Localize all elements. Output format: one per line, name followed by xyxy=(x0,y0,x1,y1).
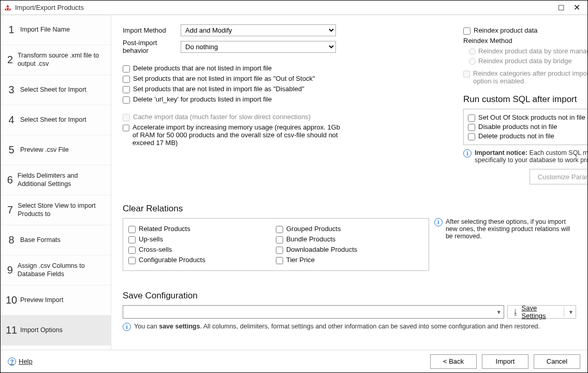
step-11[interactable]: 11Import Options xyxy=(1,315,111,346)
import-button[interactable]: Import xyxy=(482,354,528,369)
step-3[interactable]: 3Select Sheet for Import xyxy=(1,75,111,105)
chk-accelerate[interactable]: Accelerate import by increasing memory u… xyxy=(123,123,340,147)
save-settings-button[interactable]: ⭳ Save Settings ▼ xyxy=(507,305,576,319)
chk-downloadable[interactable]: Downloadable Products xyxy=(276,246,423,254)
help-link[interactable]: ? Help xyxy=(8,357,33,366)
clear-relations-box: Related Products Up-sells Cross-sells Co… xyxy=(123,218,429,271)
import-method-label: Import Method xyxy=(123,26,181,34)
chevron-down-icon: ▼ xyxy=(496,309,502,315)
step-2[interactable]: 2Transform source .xml file to output .c… xyxy=(1,45,111,75)
footer: ? Help < Back Import Cancel xyxy=(1,350,587,372)
save-config-info: i You can save settings. All columns, de… xyxy=(123,323,576,331)
post-import-select[interactable]: Do nothing xyxy=(181,41,336,53)
chk-cache-import: Cache import data (much faster for slow … xyxy=(123,113,345,121)
chk-delete-url-key[interactable]: Delete 'url_key' for products listed in … xyxy=(123,95,345,104)
step-4[interactable]: 4Select Sheet for Import xyxy=(1,105,111,135)
save-config-combo[interactable]: ▼ xyxy=(123,305,504,319)
info-icon: i xyxy=(463,149,472,157)
back-button[interactable]: < Back xyxy=(430,354,477,369)
step-8[interactable]: 8Base Formats xyxy=(1,225,111,255)
step-6[interactable]: 6Fields Delimiters and Additional Settin… xyxy=(1,165,111,195)
clear-relations-info: i After selecting these options, if you … xyxy=(434,218,576,240)
sql-heading: Run custom SQL after import xyxy=(463,94,587,105)
chk-sql-delete[interactable]: Delete products not in file xyxy=(468,132,587,140)
step-10[interactable]: 10Preview Import xyxy=(1,285,111,315)
sql-notice: i Important notice: Each custom SQL must… xyxy=(463,149,587,164)
post-import-label: Post-import behavior xyxy=(123,39,181,54)
chk-bundle[interactable]: Bundle Products xyxy=(276,235,423,243)
chk-grouped[interactable]: Grouped Products xyxy=(276,225,423,233)
step-1[interactable]: 1Import File Name xyxy=(1,15,111,45)
main-panel: Import Method Add and Modify Post-import… xyxy=(111,15,587,350)
save-config-heading: Save Configuration xyxy=(123,291,576,301)
chk-sql-disable[interactable]: Disable products not in file xyxy=(468,123,587,131)
step-5[interactable]: 5Preview .csv File xyxy=(1,135,111,165)
step-7[interactable]: 7Select Store View to import Products to xyxy=(1,195,111,225)
chk-set-disabled[interactable]: Set products that are not listed in impo… xyxy=(123,85,345,93)
help-icon: ? xyxy=(8,357,16,366)
chk-configurable[interactable]: Configurable Products xyxy=(128,256,276,264)
reindex-method-label: Reindex Method xyxy=(463,37,587,45)
cancel-button[interactable]: Cancel xyxy=(534,354,580,369)
title-bar: Import/Export Products ☐ ✕ xyxy=(1,1,587,15)
chevron-down-icon[interactable]: ▼ xyxy=(568,309,574,315)
radio-reindex-bridge: Reindex product data by bridge xyxy=(466,56,572,65)
import-method-select[interactable]: Add and Modify xyxy=(181,24,336,36)
chk-related[interactable]: Related Products xyxy=(128,225,276,233)
app-logo-icon xyxy=(4,4,12,12)
chk-set-out-of-stock[interactable]: Set products that are not listed in impo… xyxy=(123,75,345,83)
window-title: Import/Export Products xyxy=(15,4,553,11)
chk-delete-not-listed[interactable]: Delete products that are not listed in i… xyxy=(123,64,345,73)
info-icon: i xyxy=(123,323,131,331)
close-icon[interactable]: ✕ xyxy=(569,3,584,12)
chk-reindex[interactable]: Reindex product data xyxy=(463,26,587,35)
download-icon: ⭳ xyxy=(512,308,519,316)
radio-reindex-manager: Reindex product data by store manager xyxy=(466,47,587,55)
maximize-icon[interactable]: ☐ xyxy=(553,4,569,12)
clear-relations-heading: Clear Relations xyxy=(123,204,576,214)
chk-upsells[interactable]: Up-sells xyxy=(128,235,276,243)
sql-options-box: Set Out Of Stock products not in file Di… xyxy=(463,109,587,145)
step-9[interactable]: 9Assign .csv Columns to Database Fields xyxy=(1,255,111,285)
chk-crosssells[interactable]: Cross-sells xyxy=(128,246,276,254)
chk-sql-outofstock[interactable]: Set Out Of Stock products not in file xyxy=(468,113,587,122)
chk-tierprice[interactable]: Tier Price xyxy=(276,256,423,264)
chk-reindex-categories: Reindex categories after product import … xyxy=(463,69,587,85)
customize-parameters-button: Customize Parameters xyxy=(530,169,587,184)
wizard-sidebar: 1Import File Name 2Transform source .xml… xyxy=(1,15,111,350)
info-icon: i xyxy=(434,218,443,226)
